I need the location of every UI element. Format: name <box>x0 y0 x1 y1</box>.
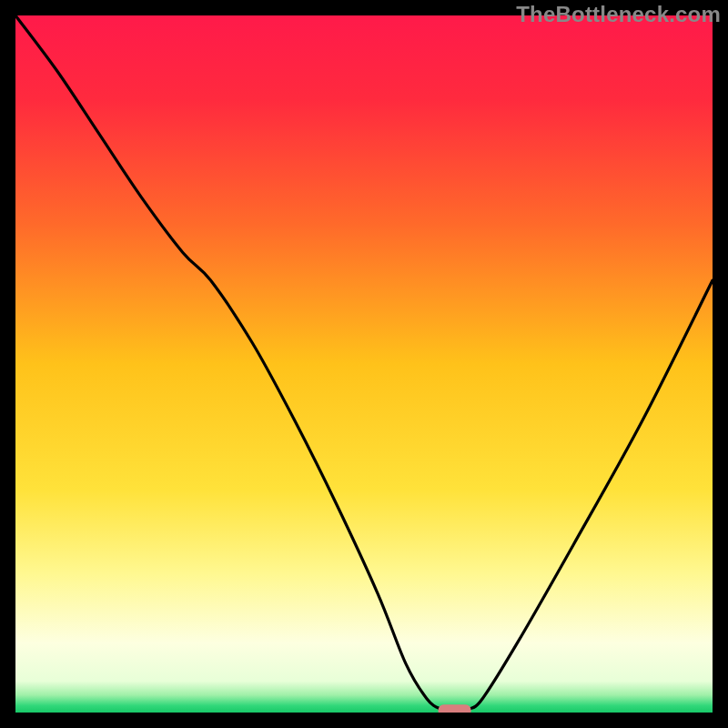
bottleneck-chart <box>0 0 728 728</box>
optimal-point-marker <box>439 704 471 716</box>
gradient-background <box>15 15 713 713</box>
chart-frame: TheBottleneck.com <box>0 0 728 728</box>
watermark-text: TheBottleneck.com <box>516 2 721 27</box>
